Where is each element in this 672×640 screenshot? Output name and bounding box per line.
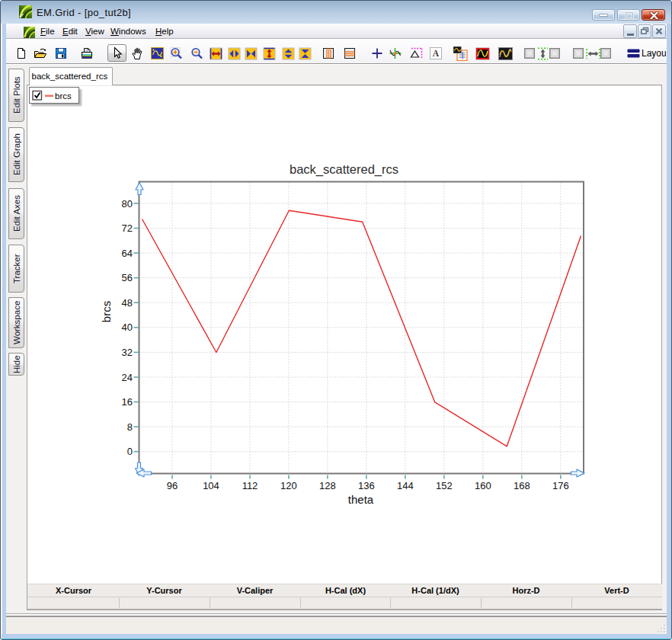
- svg-text:brcs: brcs: [55, 91, 72, 101]
- svg-text:120: 120: [280, 480, 297, 491]
- svg-text:104: 104: [203, 480, 219, 491]
- svg-text:136: 136: [358, 480, 375, 491]
- svg-text:0: 0: [127, 446, 133, 457]
- svg-text:72: 72: [122, 222, 133, 234]
- svg-text:144: 144: [397, 480, 414, 491]
- svg-text:24: 24: [122, 372, 133, 383]
- svg-text:40: 40: [122, 322, 133, 333]
- svg-text:back_scattered_rcs: back_scattered_rcs: [290, 162, 398, 177]
- svg-text:80: 80: [122, 198, 133, 210]
- svg-text:112: 112: [242, 480, 258, 491]
- svg-text:16: 16: [122, 396, 133, 408]
- svg-text:152: 152: [436, 480, 453, 491]
- svg-text:168: 168: [514, 480, 530, 491]
- svg-text:64: 64: [122, 248, 133, 259]
- svg-text:56: 56: [122, 272, 133, 283]
- svg-text:32: 32: [122, 347, 133, 358]
- svg-text:brcs: brcs: [100, 301, 113, 322]
- svg-text:theta: theta: [348, 493, 374, 506]
- svg-text:8: 8: [127, 421, 133, 433]
- svg-text:96: 96: [167, 480, 178, 491]
- svg-text:128: 128: [319, 480, 336, 491]
- svg-text:160: 160: [475, 480, 491, 491]
- svg-text:176: 176: [552, 480, 569, 491]
- svg-text:48: 48: [122, 297, 133, 309]
